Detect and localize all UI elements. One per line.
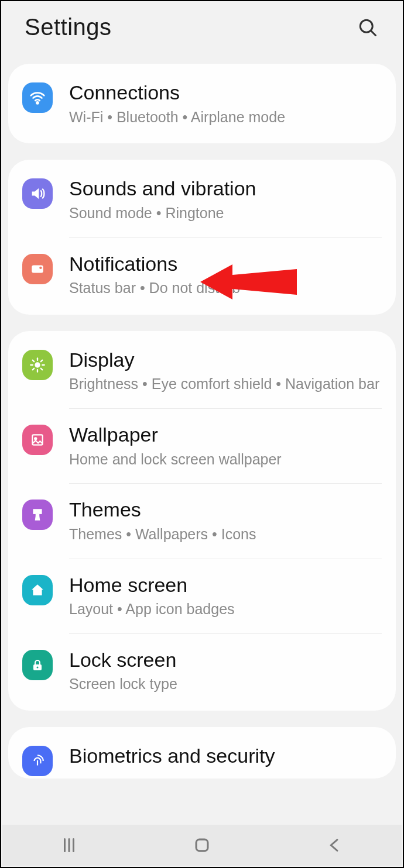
item-title: Themes: [69, 497, 382, 522]
item-title: Sounds and vibration: [69, 176, 382, 201]
lock-icon: [22, 650, 53, 680]
svg-rect-14: [32, 435, 42, 445]
item-subtitle: Brightness • Eye comfort shield • Naviga…: [69, 374, 382, 394]
svg-line-12: [33, 368, 34, 370]
settings-item-wallpaper[interactable]: Wallpaper Home and lock screen wallpaper: [8, 408, 396, 483]
settings-header: Settings: [1, 1, 403, 64]
item-subtitle: Layout • App icon badges: [69, 600, 382, 619]
wifi-icon: [22, 82, 53, 113]
settings-item-biometrics[interactable]: Biometrics and security: [8, 729, 396, 776]
search-icon: [357, 17, 378, 38]
item-title: Home screen: [69, 573, 382, 598]
item-title: Biometrics and security: [69, 743, 382, 769]
settings-item-homescreen[interactable]: Home screen Layout • App icon badges: [8, 559, 396, 633]
item-subtitle: Status bar • Do not disturb: [69, 278, 382, 298]
svg-rect-3: [32, 265, 43, 273]
svg-point-15: [35, 438, 36, 439]
item-title: Display: [69, 347, 382, 373]
item-subtitle: Sound mode • Ringtone: [69, 204, 382, 223]
item-title: Wallpaper: [69, 422, 382, 447]
system-nav-bar: [2, 825, 402, 866]
notification-icon: [22, 254, 53, 284]
home-icon: [22, 575, 53, 605]
back-icon: [326, 836, 344, 855]
sound-icon: [22, 178, 53, 209]
settings-group: Connections Wi-Fi • Bluetooth • Airplane…: [8, 64, 396, 143]
svg-point-5: [35, 362, 40, 367]
settings-group: Display Brightness • Eye comfort shield …: [8, 331, 396, 711]
svg-point-17: [37, 666, 39, 668]
svg-line-13: [41, 360, 42, 361]
settings-item-connections[interactable]: Connections Wi-Fi • Bluetooth • Airplane…: [8, 66, 396, 141]
nav-recents-button[interactable]: [34, 828, 104, 863]
fingerprint-icon: [22, 746, 53, 776]
svg-point-2: [37, 102, 39, 104]
svg-line-10: [33, 360, 34, 361]
item-subtitle: Themes • Wallpapers • Icons: [69, 525, 382, 545]
svg-point-4: [39, 266, 42, 268]
search-button[interactable]: [355, 15, 381, 40]
item-title: Notifications: [69, 252, 382, 277]
settings-item-themes[interactable]: Themes Themes • Wallpapers • Icons: [8, 483, 396, 558]
page-title: Settings: [25, 14, 112, 40]
svg-line-11: [41, 368, 42, 370]
nav-home-button[interactable]: [167, 828, 237, 863]
settings-item-display[interactable]: Display Brightness • Eye comfort shield …: [8, 333, 396, 408]
settings-item-sounds[interactable]: Sounds and vibration Sound mode • Ringto…: [8, 162, 396, 237]
image-icon: [22, 425, 53, 455]
nav-back-button[interactable]: [300, 828, 370, 863]
settings-item-lockscreen[interactable]: Lock screen Screen lock type: [8, 633, 396, 708]
settings-group: Biometrics and security: [8, 727, 396, 779]
settings-group: Sounds and vibration Sound mode • Ringto…: [8, 160, 396, 315]
settings-content: Connections Wi-Fi • Bluetooth • Airplane…: [1, 64, 403, 868]
item-title: Connections: [69, 80, 382, 105]
home-nav-icon: [192, 835, 212, 855]
recents-icon: [59, 835, 80, 856]
item-subtitle: Home and lock screen wallpaper: [69, 450, 382, 470]
item-subtitle: Screen lock type: [69, 674, 382, 694]
item-title: Lock screen: [69, 647, 382, 673]
brush-icon: [22, 500, 53, 530]
brightness-icon: [22, 350, 53, 380]
svg-line-1: [371, 31, 376, 36]
item-subtitle: Wi-Fi • Bluetooth • Airplane mode: [69, 108, 382, 128]
svg-rect-22: [196, 839, 208, 851]
settings-item-notifications[interactable]: Notifications Status bar • Do not distur…: [8, 237, 396, 312]
